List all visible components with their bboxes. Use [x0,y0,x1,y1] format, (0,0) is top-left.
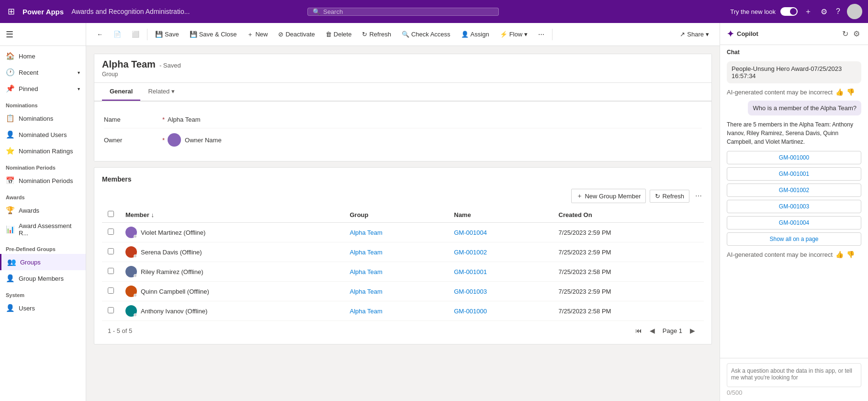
copilot-chip-gm-001001[interactable]: GM-001001 [727,167,861,181]
save-close-button[interactable]: 💾 Save & Close [185,28,242,40]
row-checkbox[interactable] [108,307,114,313]
first-page-button[interactable]: ⏮ [632,325,645,336]
sidebar-item-recent[interactable]: 🕐 Recent ▾ [0,64,86,80]
settings-icon[interactable]: ⚙ [819,5,829,18]
row-name: GM-001002 [448,242,552,262]
copilot-chip-gm-001000[interactable]: GM-001000 [727,151,861,164]
name-label: Name [104,116,161,123]
copilot-chip-gm-001002[interactable]: GM-001002 [727,183,861,197]
sidebar-item-group-members[interactable]: 👤 Group Members [0,270,86,286]
row-member: Quinn Campbell (Offline) [120,282,344,301]
row-checkbox[interactable] [108,287,114,294]
select-all-checkbox[interactable] [108,211,114,217]
flow-button[interactable]: ⚡ Flow ▾ [495,28,532,40]
top-nav-right: Try the new look ＋ ⚙ ? [730,4,862,19]
copilot-input[interactable] [727,363,861,387]
row-checkbox-cell [102,282,120,301]
sidebar-item-nomination-periods[interactable]: 📅 Nomination Periods [0,172,86,189]
user-avatar[interactable] [847,4,862,19]
name-value: Alpha Team [168,116,200,123]
group-link[interactable]: Alpha Team [349,308,382,315]
row-name: GM-001003 [448,282,552,301]
record-header: Alpha Team - Saved Group [94,54,711,83]
layout-button[interactable]: ⬜ [127,28,144,40]
group-link[interactable]: Alpha Team [349,288,382,295]
page-icon-button[interactable]: 📄 [109,28,126,40]
sidebar-item-nominated-users[interactable]: 👤 Nominated Users [0,126,86,143]
save-button[interactable]: 💾 Save [150,28,184,40]
name-link[interactable]: GM-001001 [454,268,487,275]
thumbs-down-button-1[interactable]: 👎 [846,88,855,96]
prev-page-button[interactable]: ◀ [647,325,658,336]
form-row-name: Name * Alpha Team [104,111,702,128]
share-button[interactable]: ↗ Share ▾ [675,28,714,40]
sidebar-item-nomination-ratings[interactable]: ⭐ Nomination Ratings [0,143,86,159]
owner-required: * [162,137,165,144]
awards-icon: 🏆 [6,206,15,215]
help-icon[interactable]: ? [834,5,842,18]
group-link[interactable]: Alpha Team [349,249,382,256]
deactivate-button[interactable]: ⊘ Deactivate [273,28,319,40]
sidebar-item-award-assessment[interactable]: 📊 Award Assessment R... [0,218,86,241]
group-link[interactable]: Alpha Team [349,229,382,236]
tab-general[interactable]: General [102,83,140,101]
sidebar-item-group-members-label: Group Members [19,275,64,282]
hamburger-icon[interactable]: ☰ [6,29,13,40]
copilot-chip-show-all[interactable]: Show all on a page [727,232,861,246]
col-created-on[interactable]: Created On [553,207,704,223]
members-refresh-button[interactable]: ↻ Refresh [650,190,689,203]
copilot-settings-button[interactable]: ⚙ [852,28,861,40]
owner-avatar [168,133,181,147]
new-button[interactable]: ＋ New [242,28,272,41]
check-access-button[interactable]: 🔍 Check Access [397,28,455,40]
section-nomination-periods: Nomination Periods [0,159,86,172]
row-created-on: 7/25/2023 2:58 PM [553,262,704,282]
copilot-refresh-button[interactable]: ↻ [841,28,850,40]
sidebar-item-pinned[interactable]: 📌 Pinned ▾ [0,80,86,97]
delete-button[interactable]: 🗑 Delete [321,28,357,40]
new-group-member-button[interactable]: ＋ New Group Member [571,189,646,203]
back-button[interactable]: ← [92,28,108,40]
record-status: - Saved [159,62,181,69]
name-required: * [162,116,165,123]
copilot-chip-gm-001003[interactable]: GM-001003 [727,200,861,213]
name-link[interactable]: GM-001004 [454,229,487,236]
col-name[interactable]: Name [448,207,552,223]
row-checkbox[interactable] [108,248,114,254]
sidebar-item-nominations[interactable]: 📋 Nominations [0,110,86,126]
col-member[interactable]: Member ↓ [120,207,344,223]
add-icon[interactable]: ＋ [802,5,814,19]
share-chevron: ▾ [706,31,709,38]
name-link[interactable]: GM-001002 [454,249,487,256]
copilot-header: ✦ Copilot ↻ ⚙ [720,23,868,45]
row-checkbox[interactable] [108,268,114,274]
next-page-button[interactable]: ▶ [687,325,698,336]
sidebar-item-awards[interactable]: 🏆 Awards [0,202,86,218]
copilot-ai-feedback-1: AI-generated content may be incorrect 👍 … [727,88,861,96]
more-button[interactable]: ⋯ [533,28,549,40]
sidebar-item-home[interactable]: 🏠 Home [0,48,86,64]
refresh-button[interactable]: ↻ Refresh [357,28,396,40]
group-link[interactable]: Alpha Team [349,268,382,275]
try-new-toggle[interactable] [780,7,798,16]
name-link[interactable]: GM-001000 [454,308,487,315]
sidebar-item-groups[interactable]: 👥 Groups [0,254,86,270]
sidebar-item-users[interactable]: 👤 Users [0,300,86,316]
thumbs-up-button-2[interactable]: 👍 [835,251,844,258]
assign-button[interactable]: 👤 Assign [456,28,494,40]
tab-related[interactable]: Related ▾ [140,83,182,101]
thumbs-down-button-2[interactable]: 👎 [846,251,855,258]
member-name: Violet Martinez (Offline) [141,229,205,236]
row-checkbox[interactable] [108,229,114,235]
row-name: GM-001000 [448,301,552,321]
waffle-icon[interactable]: ⊞ [6,4,17,19]
col-group[interactable]: Group [344,207,448,223]
members-more-icon[interactable]: ⋯ [693,190,704,202]
name-link[interactable]: GM-001003 [454,288,487,295]
search-input[interactable] [323,8,494,15]
copilot-input-area: 0/500 [720,358,868,401]
thumbs-up-button-1[interactable]: 👍 [835,88,844,96]
copilot-chip-gm-001004[interactable]: GM-001004 [727,216,861,229]
table-row: Riley Ramirez (Offline) Alpha Team GM-00… [102,262,704,282]
row-checkbox-cell [102,262,120,282]
